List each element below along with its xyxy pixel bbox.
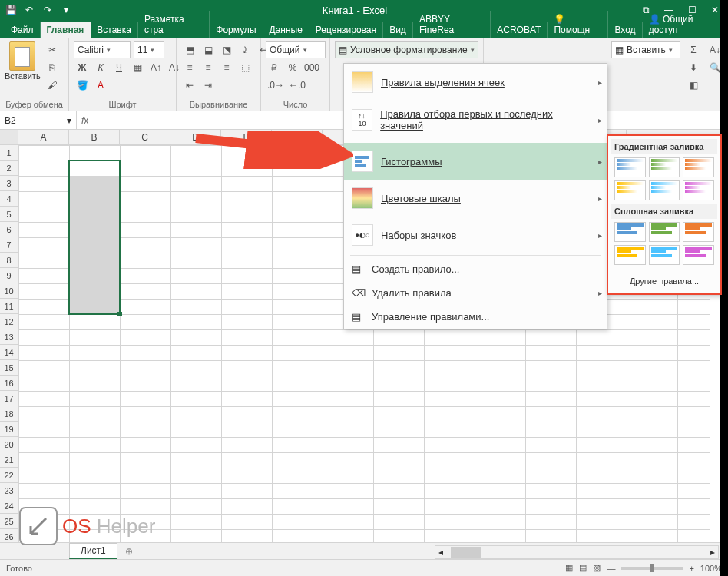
- menu-new-rule[interactable]: ▤Создать правило...: [344, 257, 607, 281]
- select-all-corner[interactable]: [0, 130, 18, 144]
- font-combo[interactable]: Calibri▾: [74, 41, 131, 58]
- conditional-formatting-button[interactable]: ▤Условное форматирование▾: [335, 41, 478, 58]
- format-painter-icon[interactable]: 🖌: [44, 77, 61, 94]
- zoom-out-icon[interactable]: —: [607, 564, 615, 573]
- font-color-icon[interactable]: A: [92, 77, 109, 94]
- row-header[interactable]: 25: [0, 514, 18, 529]
- col-header[interactable]: A: [18, 130, 69, 144]
- bold-button[interactable]: Ж: [74, 59, 91, 76]
- fill-icon[interactable]: ⬇: [685, 59, 702, 76]
- font-size-combo[interactable]: 11▾: [134, 41, 164, 58]
- increase-font-icon[interactable]: A↑: [147, 59, 164, 76]
- row-header[interactable]: 23: [0, 483, 18, 498]
- gradient-orange[interactable]: [614, 180, 646, 200]
- save-icon[interactable]: 💾: [3, 2, 18, 18]
- menu-clear-rules[interactable]: ⌫Удалить правила▸: [344, 281, 607, 305]
- underline-button[interactable]: Ч: [111, 59, 127, 76]
- align-center-icon[interactable]: ≡: [200, 59, 217, 76]
- tab-review[interactable]: Рецензирован: [309, 22, 383, 38]
- tab-abbyy[interactable]: ABBYY FineRea: [413, 11, 491, 38]
- paste-label[interactable]: Вставить: [5, 71, 41, 81]
- view-layout-icon[interactable]: ▤: [579, 563, 587, 573]
- autosum-icon[interactable]: Σ: [685, 41, 702, 58]
- zoom-in-icon[interactable]: +: [689, 564, 693, 573]
- name-box[interactable]: B2▾: [0, 111, 77, 129]
- menu-highlight-cells[interactable]: Правила выделения ячеек▸: [344, 64, 607, 101]
- row-header[interactable]: 17: [0, 391, 18, 406]
- inc-indent-icon[interactable]: ⇥: [200, 77, 217, 94]
- view-pagebreak-icon[interactable]: ▧: [593, 563, 601, 573]
- solid-green[interactable]: [649, 222, 680, 242]
- col-header[interactable]: C: [120, 130, 170, 144]
- row-header[interactable]: 8: [0, 253, 18, 268]
- border-icon[interactable]: ▦: [129, 59, 146, 76]
- fill-handle[interactable]: [117, 312, 122, 316]
- gradient-red[interactable]: [683, 157, 714, 177]
- gradient-lightblue[interactable]: [649, 180, 680, 200]
- tab-layout[interactable]: Разметка стра: [138, 11, 210, 38]
- comma-icon[interactable]: 000: [303, 59, 321, 76]
- row-header[interactable]: 3: [0, 176, 18, 191]
- row-header[interactable]: 5: [0, 207, 18, 222]
- tab-home[interactable]: Главная: [41, 22, 91, 38]
- row-header[interactable]: 14: [0, 345, 18, 360]
- row-header[interactable]: 7: [0, 237, 18, 253]
- gradient-green[interactable]: [649, 157, 680, 177]
- row-header[interactable]: 11: [0, 299, 18, 314]
- cut-icon[interactable]: ✂: [44, 41, 61, 58]
- inc-decimal-icon[interactable]: .0→: [266, 77, 286, 94]
- flyout-more-rules[interactable]: Другие правила...: [611, 272, 717, 290]
- solid-red[interactable]: [683, 222, 714, 242]
- solid-lightblue[interactable]: [649, 245, 680, 265]
- redo-icon[interactable]: ↷: [40, 2, 55, 18]
- percent-icon[interactable]: %: [284, 59, 301, 76]
- zoom-level[interactable]: 100%: [700, 564, 722, 573]
- copy-icon[interactable]: ⎘: [44, 59, 61, 76]
- row-header[interactable]: 21: [0, 452, 18, 468]
- solid-orange[interactable]: [614, 245, 646, 265]
- row-header[interactable]: 13: [0, 329, 18, 345]
- row-header[interactable]: 12: [0, 314, 18, 329]
- row-header[interactable]: 6: [0, 222, 18, 237]
- merge-icon[interactable]: ⬚: [237, 59, 253, 76]
- qat-dropdown-icon[interactable]: ▾: [58, 2, 74, 18]
- tab-share[interactable]: 👤 Общий доступ: [643, 11, 728, 38]
- solid-blue[interactable]: [614, 222, 646, 242]
- menu-icon-sets[interactable]: ●◐○ Наборы значков▸: [344, 217, 607, 253]
- insert-cells-button[interactable]: ▦Вставить▾: [611, 41, 680, 58]
- dec-decimal-icon[interactable]: ←.0: [287, 77, 307, 94]
- clear-icon[interactable]: ◧: [685, 77, 702, 94]
- fx-icon[interactable]: fx: [77, 115, 93, 126]
- row-header[interactable]: 18: [0, 406, 18, 422]
- horizontal-scrollbar[interactable]: ◂▸: [435, 545, 719, 559]
- row-header[interactable]: 20: [0, 437, 18, 452]
- currency-icon[interactable]: ₽: [266, 59, 283, 76]
- row-header[interactable]: 15: [0, 360, 18, 376]
- row-header[interactable]: 2: [0, 161, 18, 176]
- dec-indent-icon[interactable]: ⇤: [181, 77, 198, 94]
- solid-purple[interactable]: [683, 245, 714, 265]
- row-header[interactable]: 4: [0, 191, 18, 207]
- gradient-purple[interactable]: [683, 180, 714, 200]
- number-format-combo[interactable]: Общий▾: [266, 41, 326, 58]
- align-middle-icon[interactable]: ⬓: [200, 41, 217, 58]
- align-bottom-icon[interactable]: ⬔: [218, 41, 235, 58]
- tab-view[interactable]: Вид: [383, 22, 413, 38]
- tab-acrobat[interactable]: ACROBAT: [491, 22, 548, 38]
- row-header[interactable]: 9: [0, 268, 18, 283]
- menu-manage-rules[interactable]: ▤Управление правилами...: [344, 305, 607, 329]
- tab-formulas[interactable]: Формулы: [210, 22, 263, 38]
- row-header[interactable]: 22: [0, 468, 18, 483]
- view-normal-icon[interactable]: ▦: [565, 563, 573, 573]
- zoom-slider[interactable]: [621, 567, 683, 570]
- row-header[interactable]: 1: [0, 145, 18, 161]
- sheet-tab[interactable]: Лист1: [69, 543, 117, 559]
- tab-data[interactable]: Данные: [263, 22, 309, 38]
- gradient-blue[interactable]: [614, 157, 646, 177]
- tab-insert[interactable]: Вставка: [91, 22, 138, 38]
- row-header[interactable]: 16: [0, 376, 18, 391]
- tab-tell-me[interactable]: 💡 Помощн: [548, 11, 608, 38]
- paste-icon[interactable]: [9, 41, 35, 71]
- col-header[interactable]: B: [69, 130, 120, 144]
- menu-top-bottom-rules[interactable]: ↑↓10 Правила отбора первых и последних з…: [344, 101, 607, 139]
